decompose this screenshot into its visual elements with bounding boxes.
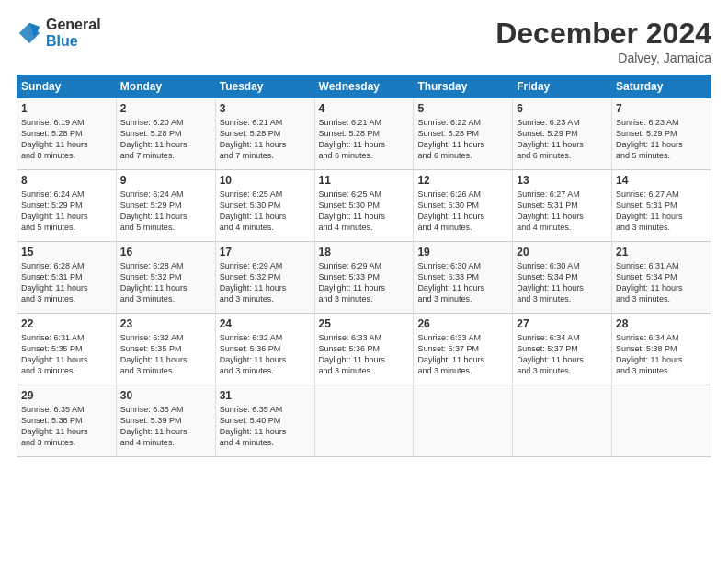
day-info: Sunrise: 6:20 AM Sunset: 5:28 PM Dayligh…: [120, 117, 211, 162]
day-info: Sunrise: 6:23 AM Sunset: 5:29 PM Dayligh…: [616, 117, 707, 162]
day-number: 17: [220, 246, 311, 259]
day-info: Sunrise: 6:24 AM Sunset: 5:29 PM Dayligh…: [120, 189, 211, 234]
header-row: Sunday Monday Tuesday Wednesday Thursday…: [17, 75, 711, 98]
location: Dalvey, Jamaica: [495, 51, 711, 65]
header-tuesday: Tuesday: [215, 75, 314, 98]
calendar-cell: 12Sunrise: 6:26 AM Sunset: 5:30 PM Dayli…: [414, 170, 513, 242]
day-number: 30: [120, 389, 211, 402]
calendar-cell: [314, 385, 414, 457]
day-number: 18: [319, 246, 410, 259]
day-info: Sunrise: 6:35 AM Sunset: 5:40 PM Dayligh…: [220, 404, 311, 449]
day-number: 7: [616, 102, 707, 115]
day-number: 31: [220, 389, 311, 402]
calendar-cell: 5Sunrise: 6:22 AM Sunset: 5:28 PM Daylig…: [414, 98, 513, 170]
day-number: 28: [616, 317, 707, 330]
day-number: 1: [21, 102, 112, 115]
day-number: 8: [21, 174, 112, 187]
calendar-cell: 30Sunrise: 6:35 AM Sunset: 5:39 PM Dayli…: [116, 385, 215, 457]
calendar-cell: 25Sunrise: 6:33 AM Sunset: 5:36 PM Dayli…: [314, 314, 414, 385]
calendar-cell: 7Sunrise: 6:23 AM Sunset: 5:29 PM Daylig…: [612, 98, 711, 170]
day-number: 10: [220, 174, 311, 187]
day-info: Sunrise: 6:24 AM Sunset: 5:29 PM Dayligh…: [21, 189, 112, 234]
calendar-cell: 31Sunrise: 6:35 AM Sunset: 5:40 PM Dayli…: [215, 385, 314, 457]
day-info: Sunrise: 6:22 AM Sunset: 5:28 PM Dayligh…: [417, 117, 508, 162]
calendar-cell: 13Sunrise: 6:27 AM Sunset: 5:31 PM Dayli…: [513, 170, 612, 242]
day-info: Sunrise: 6:31 AM Sunset: 5:34 PM Dayligh…: [616, 260, 707, 305]
calendar-cell: 24Sunrise: 6:32 AM Sunset: 5:36 PM Dayli…: [215, 314, 314, 385]
day-info: Sunrise: 6:21 AM Sunset: 5:28 PM Dayligh…: [220, 117, 311, 162]
day-number: 11: [319, 174, 410, 187]
calendar-cell: 16Sunrise: 6:28 AM Sunset: 5:32 PM Dayli…: [116, 242, 215, 314]
calendar-cell: 11Sunrise: 6:25 AM Sunset: 5:30 PM Dayli…: [314, 170, 414, 242]
day-info: Sunrise: 6:27 AM Sunset: 5:31 PM Dayligh…: [616, 189, 707, 234]
calendar-body: 1Sunrise: 6:19 AM Sunset: 5:28 PM Daylig…: [17, 98, 711, 457]
calendar-cell: 29Sunrise: 6:35 AM Sunset: 5:38 PM Dayli…: [17, 385, 117, 457]
day-number: 24: [220, 317, 311, 330]
day-info: Sunrise: 6:28 AM Sunset: 5:32 PM Dayligh…: [120, 260, 211, 305]
day-info: Sunrise: 6:23 AM Sunset: 5:29 PM Dayligh…: [517, 117, 608, 162]
calendar-week-1: 1Sunrise: 6:19 AM Sunset: 5:28 PM Daylig…: [17, 98, 711, 170]
day-number: 6: [517, 102, 608, 115]
calendar-cell: 14Sunrise: 6:27 AM Sunset: 5:31 PM Dayli…: [612, 170, 711, 242]
day-number: 14: [616, 174, 707, 187]
calendar-cell: 26Sunrise: 6:33 AM Sunset: 5:37 PM Dayli…: [414, 314, 513, 385]
calendar-week-5: 29Sunrise: 6:35 AM Sunset: 5:38 PM Dayli…: [17, 385, 711, 457]
header-saturday: Saturday: [612, 75, 711, 98]
day-number: 27: [517, 317, 608, 330]
calendar-cell: [414, 385, 513, 457]
page-header: General Blue December 2024 Dalvey, Jamai…: [17, 17, 711, 65]
day-number: 29: [21, 389, 112, 402]
day-number: 26: [417, 317, 508, 330]
calendar-cell: 22Sunrise: 6:31 AM Sunset: 5:35 PM Dayli…: [17, 314, 117, 385]
day-info: Sunrise: 6:31 AM Sunset: 5:35 PM Dayligh…: [21, 332, 112, 377]
title-block: December 2024 Dalvey, Jamaica: [495, 17, 711, 65]
calendar-cell: 10Sunrise: 6:25 AM Sunset: 5:30 PM Dayli…: [215, 170, 314, 242]
logo-blue: Blue: [46, 33, 101, 50]
day-info: Sunrise: 6:30 AM Sunset: 5:33 PM Dayligh…: [417, 260, 508, 305]
day-info: Sunrise: 6:35 AM Sunset: 5:39 PM Dayligh…: [120, 404, 211, 449]
calendar-cell: 19Sunrise: 6:30 AM Sunset: 5:33 PM Dayli…: [414, 242, 513, 314]
calendar-cell: 20Sunrise: 6:30 AM Sunset: 5:34 PM Dayli…: [513, 242, 612, 314]
header-sunday: Sunday: [17, 75, 117, 98]
calendar-cell: 23Sunrise: 6:32 AM Sunset: 5:35 PM Dayli…: [116, 314, 215, 385]
day-number: 12: [417, 174, 508, 187]
calendar-cell: 3Sunrise: 6:21 AM Sunset: 5:28 PM Daylig…: [215, 98, 314, 170]
day-number: 15: [21, 246, 112, 259]
header-monday: Monday: [116, 75, 215, 98]
day-info: Sunrise: 6:27 AM Sunset: 5:31 PM Dayligh…: [517, 189, 608, 234]
day-number: 25: [319, 317, 410, 330]
calendar-week-4: 22Sunrise: 6:31 AM Sunset: 5:35 PM Dayli…: [17, 314, 711, 385]
calendar-cell: 1Sunrise: 6:19 AM Sunset: 5:28 PM Daylig…: [17, 98, 117, 170]
calendar-week-2: 8Sunrise: 6:24 AM Sunset: 5:29 PM Daylig…: [17, 170, 711, 242]
day-info: Sunrise: 6:25 AM Sunset: 5:30 PM Dayligh…: [220, 189, 311, 234]
calendar-cell: 17Sunrise: 6:29 AM Sunset: 5:32 PM Dayli…: [215, 242, 314, 314]
calendar-cell: 4Sunrise: 6:21 AM Sunset: 5:28 PM Daylig…: [314, 98, 414, 170]
calendar-cell: 18Sunrise: 6:29 AM Sunset: 5:33 PM Dayli…: [314, 242, 414, 314]
day-number: 13: [517, 174, 608, 187]
calendar-table: Sunday Monday Tuesday Wednesday Thursday…: [17, 75, 711, 457]
day-info: Sunrise: 6:32 AM Sunset: 5:35 PM Dayligh…: [120, 332, 211, 377]
day-number: 20: [517, 246, 608, 259]
logo: General Blue: [17, 17, 101, 49]
day-number: 3: [220, 102, 311, 115]
calendar-cell: 2Sunrise: 6:20 AM Sunset: 5:28 PM Daylig…: [116, 98, 215, 170]
calendar-cell: [612, 385, 711, 457]
day-number: 2: [120, 102, 211, 115]
header-thursday: Thursday: [414, 75, 513, 98]
day-number: 21: [616, 246, 707, 259]
calendar-cell: 28Sunrise: 6:34 AM Sunset: 5:38 PM Dayli…: [612, 314, 711, 385]
day-info: Sunrise: 6:32 AM Sunset: 5:36 PM Dayligh…: [220, 332, 311, 377]
day-number: 5: [417, 102, 508, 115]
calendar-cell: 15Sunrise: 6:28 AM Sunset: 5:31 PM Dayli…: [17, 242, 117, 314]
calendar-cell: 8Sunrise: 6:24 AM Sunset: 5:29 PM Daylig…: [17, 170, 117, 242]
day-number: 19: [417, 246, 508, 259]
day-number: 4: [319, 102, 410, 115]
month-title: December 2024: [495, 17, 711, 51]
day-info: Sunrise: 6:29 AM Sunset: 5:32 PM Dayligh…: [220, 260, 311, 305]
day-info: Sunrise: 6:25 AM Sunset: 5:30 PM Dayligh…: [319, 189, 410, 234]
calendar-cell: 21Sunrise: 6:31 AM Sunset: 5:34 PM Dayli…: [612, 242, 711, 314]
day-info: Sunrise: 6:28 AM Sunset: 5:31 PM Dayligh…: [21, 260, 112, 305]
logo-icon: [17, 20, 42, 46]
header-wednesday: Wednesday: [314, 75, 414, 98]
calendar-cell: 9Sunrise: 6:24 AM Sunset: 5:29 PM Daylig…: [116, 170, 215, 242]
